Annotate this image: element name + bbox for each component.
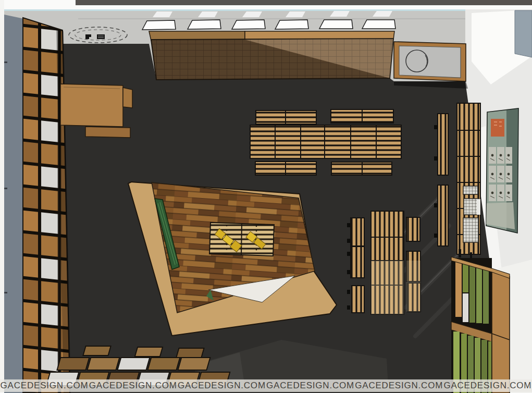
watermark-text: GACEDESIGN.COM (443, 380, 531, 391)
sunlight-patch (406, 261, 420, 312)
watermark-text: GACEDESIGN.COM (355, 380, 443, 391)
bench (438, 185, 448, 246)
left-wall-surface (4, 15, 24, 393)
page-left-margin (0, 0, 4, 393)
skylight-panel (188, 20, 221, 29)
corner-wall-panel (515, 10, 532, 57)
fixture-icon (97, 34, 105, 39)
wall-poster (486, 108, 518, 233)
wire-basket (463, 218, 478, 242)
platform-display-table (209, 223, 274, 256)
sunlight-patch (371, 261, 404, 314)
slatted-ceiling-feature (149, 31, 394, 80)
bench (351, 218, 364, 246)
poster-orange-block (491, 119, 504, 137)
bench (351, 247, 364, 278)
skylight-panel (142, 20, 176, 30)
skylight-panel (275, 20, 308, 29)
locker-side-panel (492, 271, 510, 393)
watermark-bar: GACEDESIGN.COM GACEDESIGN.COM GACEDESIGN… (0, 379, 532, 392)
bench (438, 114, 448, 175)
wire-basket (463, 186, 478, 194)
bench (406, 217, 420, 241)
bench (352, 286, 364, 313)
skylight-panel (362, 20, 395, 29)
interior-design-rendering: GACEDESIGN.COM GACEDESIGN.COM GACEDESIGN… (0, 0, 532, 393)
top-border-bar (76, 0, 532, 5)
watermark-text: GACEDESIGN.COM (266, 380, 354, 391)
scene-canvas (0, 0, 532, 393)
skylight-panel (232, 20, 265, 29)
watermark-text: GACEDESIGN.COM (1, 380, 89, 391)
wire-basket (464, 199, 479, 215)
poster-image-grid (489, 147, 512, 201)
left-wall (0, 0, 24, 393)
watermark-text: GACEDESIGN.COM (178, 380, 266, 391)
long-table (250, 125, 401, 158)
service-counter (394, 42, 468, 89)
skylight-panel (319, 20, 353, 29)
locker-upper-panels (455, 262, 489, 324)
cubby-shelf-wall (23, 18, 71, 393)
watermark-text: GACEDESIGN.COM (89, 380, 177, 391)
paper-stack (477, 199, 480, 215)
vertical-table-group (347, 211, 420, 314)
